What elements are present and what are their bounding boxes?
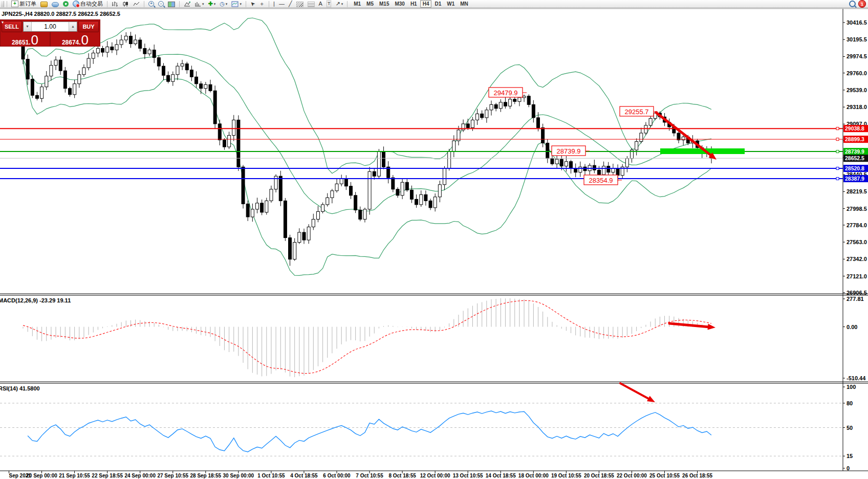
tf-button-MN[interactable]: MN (458, 0, 471, 8)
timeframes-clock-button[interactable]: ◷ ▾ (218, 0, 229, 8)
templates-icon (231, 1, 238, 7)
svg-text:29974.5: 29974.5 (847, 53, 867, 59)
bar-chart-button[interactable] (110, 0, 120, 8)
svg-text:21 Sep 10:55: 21 Sep 10:55 (59, 473, 90, 478)
trend-arrow[interactable] (669, 323, 715, 330)
fibonacci-tool-button[interactable] (306, 0, 316, 8)
sell-price-big-digit: 0 (31, 34, 38, 46)
svg-text:27 Sep 10:55: 27 Sep 10:55 (157, 473, 188, 478)
new-chart-button[interactable]: ▾ (193, 0, 206, 8)
buy-button[interactable]: BUY (78, 21, 99, 32)
text-tool-icon: A (319, 1, 322, 7)
zoom-out-button[interactable]: - (157, 0, 165, 8)
svg-text:28739.9: 28739.9 (845, 148, 864, 155)
zoom-in-button[interactable]: + (147, 0, 156, 8)
svg-text:22 Sep 18:55: 22 Sep 18:55 (92, 473, 123, 478)
svg-text:0.00: 0.00 (847, 324, 857, 330)
tf-button-M30[interactable]: M30 (392, 0, 407, 8)
annotation-label[interactable]: 29255.7 (620, 106, 658, 116)
signals-button[interactable] (61, 0, 70, 8)
new-chart-icon (194, 1, 201, 7)
svg-text:28354.9: 28354.9 (589, 177, 613, 184)
volume-increase-button[interactable]: ▲ (69, 22, 77, 31)
strategy-tester-button[interactable] (182, 0, 192, 8)
indicators-button[interactable]: ✚ ▾ (207, 0, 218, 8)
auto-trading-icon (73, 1, 79, 7)
annotation-label[interactable]: 28739.9 (552, 146, 590, 156)
crosshair-tool-button[interactable]: ＋ (257, 0, 266, 8)
line-handle (836, 127, 839, 130)
chevron-down-icon: ▾ (240, 2, 242, 6)
market-watch-button[interactable] (50, 0, 60, 8)
svg-text:13 Oct 10:55: 13 Oct 10:55 (453, 473, 483, 478)
annotation-label[interactable]: 28354.9 (584, 175, 622, 185)
volume-stepper: ▼ 1.00 ▲ (23, 21, 77, 32)
tf-button-D1[interactable]: D1 (432, 0, 444, 8)
equidistant-channel-tool-button[interactable] (295, 0, 305, 8)
svg-text:277.81: 277.81 (847, 296, 864, 302)
tf-button-H4[interactable]: H4 (420, 0, 432, 8)
volume-decrease-button[interactable]: ▼ (24, 22, 32, 31)
profiles-button[interactable] (39, 0, 49, 8)
search-button[interactable] (848, 0, 857, 8)
auto-trading-button[interactable]: 自动交易 (71, 0, 104, 8)
svg-text:29255.7: 29255.7 (625, 108, 649, 116)
vertical-line-tool-button[interactable]: | (272, 0, 276, 8)
bollinger-middle-band (23, 54, 711, 214)
tf-button-M15[interactable]: M15 (377, 0, 392, 8)
svg-text:22 Oct 00:00: 22 Oct 00:00 (617, 473, 647, 478)
line-handle (836, 167, 839, 170)
svg-text:28899.3: 28899.3 (845, 136, 864, 142)
notification-count: 1 (861, 2, 863, 7)
horizontal-line-tool-button[interactable]: — (277, 0, 286, 8)
text-tool-button[interactable]: A (317, 0, 324, 8)
line-chart-button[interactable] (132, 0, 141, 8)
svg-text:-510.44: -510.44 (847, 375, 866, 381)
trendline-icon: ╱ (289, 1, 292, 7)
crosshair-icon: ＋ (259, 1, 265, 7)
svg-text:100: 100 (847, 384, 856, 390)
trendline-tool-button[interactable]: ╱ (287, 0, 294, 8)
candles-layer (21, 32, 713, 266)
market-watch-icon (52, 2, 59, 7)
svg-text:27121.0: 27121.0 (847, 273, 867, 279)
svg-text:28 Sep 18:55: 28 Sep 18:55 (190, 473, 221, 478)
arrows-tool-button[interactable]: ↗ ▾ (334, 0, 344, 8)
annotation-label[interactable]: 29479.9 (489, 88, 527, 97)
chevron-down-icon: ▾ (202, 2, 204, 6)
tf-button-W1[interactable]: W1 (444, 0, 457, 8)
templates-button[interactable]: ▾ (230, 0, 243, 8)
trend-arrow[interactable] (620, 383, 655, 402)
auto-trading-label: 自动交易 (80, 0, 103, 8)
zoom-out-icon: - (158, 1, 164, 7)
bar-chart-icon (112, 1, 118, 7)
svg-text:29038.8: 29038.8 (845, 125, 864, 132)
svg-text:14 Oct 18:55: 14 Oct 18:55 (486, 473, 516, 478)
tf-button-M5[interactable]: M5 (364, 0, 376, 8)
chevron-down-icon: ▾ (226, 2, 228, 6)
svg-text:28739.9: 28739.9 (557, 147, 581, 155)
line-handle (836, 178, 839, 180)
tf-button-M1[interactable]: M1 (351, 0, 363, 8)
svg-text:28219.5: 28219.5 (847, 188, 867, 194)
indicators-plus-icon: ✚ (208, 1, 213, 7)
candlestick-chart-button[interactable] (121, 0, 131, 8)
notification-badge[interactable]: 1 (858, 0, 866, 8)
tile-windows-button[interactable] (166, 0, 177, 8)
tf-button-H1[interactable]: H1 (408, 0, 420, 8)
sell-button[interactable]: SELL (2, 21, 22, 32)
svg-text:15: 15 (847, 453, 853, 459)
svg-text:29760.0: 29760.0 (847, 70, 867, 76)
svg-text:20 Oct 18:55: 20 Oct 18:55 (584, 473, 614, 478)
new-order-button[interactable]: + 新订单 (10, 0, 38, 8)
mt4-terminal: { "toolbar": { "new_order_label": "新订单",… (0, 0, 868, 479)
cursor-tool-button[interactable]: ➤ (249, 0, 256, 8)
svg-text:27784.0: 27784.0 (847, 222, 867, 228)
chart-canvas[interactable]: 29479.929255.728739.928354.930416.530195… (0, 0, 868, 479)
strategy-tester-icon (184, 1, 190, 7)
volume-input[interactable]: 1.00 (32, 22, 69, 31)
collapse-panel-icon[interactable]: ▾ (2, 20, 4, 25)
svg-text:12 Oct 00:00: 12 Oct 00:00 (420, 473, 450, 478)
svg-text:7 Oct 10:55: 7 Oct 10:55 (356, 473, 383, 478)
label-tool-button[interactable]: T (325, 0, 333, 8)
